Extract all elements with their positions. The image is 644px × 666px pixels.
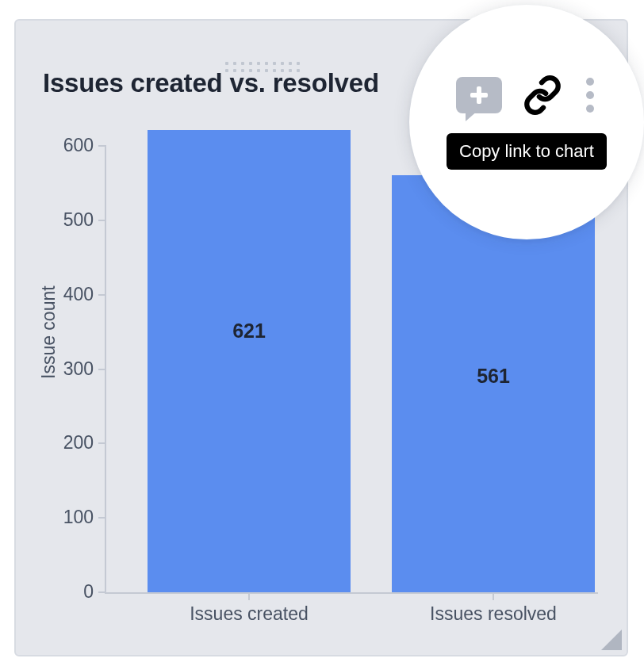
bar: 621 — [148, 130, 351, 592]
copy-link-button[interactable] — [523, 75, 562, 115]
y-tick-mark — [98, 442, 106, 444]
bar-value-label: 561 — [392, 365, 595, 388]
y-tick-mark — [98, 220, 106, 221]
y-tick-label: 0 — [46, 581, 94, 603]
bar-value-label: 621 — [148, 320, 351, 343]
comment-add-icon[interactable] — [456, 77, 502, 113]
x-axis-line — [105, 592, 598, 594]
more-options-button[interactable] — [583, 75, 597, 116]
drag-handle-icon[interactable] — [225, 62, 300, 65]
link-icon — [523, 75, 562, 115]
x-tick-label: Issues created — [178, 603, 320, 625]
y-tick-mark — [98, 294, 106, 296]
tooltip: Copy link to chart — [447, 133, 607, 170]
y-tick-label: 500 — [46, 209, 94, 231]
chart-toolbar: Copy link to chart — [409, 5, 644, 239]
y-tick-label: 100 — [46, 507, 94, 528]
y-tick-mark — [98, 369, 106, 370]
y-tick-label: 400 — [46, 284, 94, 305]
chart-card: Issues created vs. resolved Issue count … — [14, 19, 628, 656]
x-tick-mark — [493, 592, 494, 600]
y-tick-label: 200 — [46, 432, 94, 454]
y-tick-mark — [98, 591, 106, 593]
x-tick-mark — [248, 592, 250, 600]
y-tick-label: 300 — [46, 358, 94, 380]
chart-title: Issues created vs. resolved — [43, 68, 379, 98]
x-tick-label: Issues resolved — [422, 603, 565, 625]
bar: 561 — [392, 175, 595, 592]
y-tick-mark — [98, 517, 106, 519]
resize-handle-icon[interactable] — [601, 630, 622, 650]
y-tick-label: 600 — [46, 135, 94, 156]
y-tick-mark — [98, 145, 106, 147]
